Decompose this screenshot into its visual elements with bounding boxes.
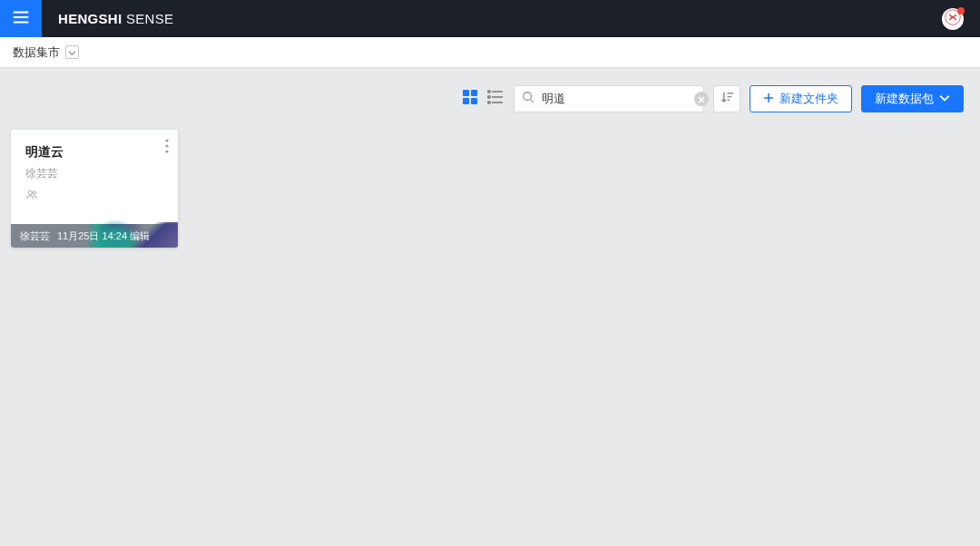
grid-view-button[interactable] bbox=[461, 90, 479, 108]
svg-point-14 bbox=[524, 93, 532, 101]
svg-point-26 bbox=[165, 144, 168, 147]
menu-icon bbox=[11, 7, 31, 31]
users-icon bbox=[25, 189, 38, 204]
card-title: 明道云 bbox=[25, 144, 163, 161]
data-package-card[interactable]: 明道云 徐芸芸 徐芸芸 11月25日 14:24 编辑 bbox=[11, 130, 178, 248]
card-body: 明道云 徐芸芸 bbox=[11, 130, 178, 224]
svg-point-23 bbox=[28, 190, 32, 194]
svg-point-27 bbox=[165, 150, 168, 152]
svg-line-15 bbox=[531, 100, 534, 103]
topbar: HENGSHI SENSE bbox=[0, 0, 980, 37]
grid-icon bbox=[462, 89, 478, 109]
svg-point-12 bbox=[488, 96, 490, 98]
card-owner: 徐芸芸 bbox=[25, 166, 163, 181]
svg-point-11 bbox=[488, 91, 490, 93]
main-menu-button[interactable] bbox=[0, 0, 42, 37]
svg-point-24 bbox=[33, 191, 35, 194]
new-folder-button[interactable]: 新建文件夹 bbox=[750, 85, 852, 112]
toolbar: 新建文件夹 新建数据包 bbox=[0, 68, 980, 117]
list-icon bbox=[487, 89, 504, 109]
more-vertical-icon bbox=[165, 141, 169, 156]
card-footer: 徐芸芸 11月25日 14:24 编辑 bbox=[11, 224, 178, 248]
card-footer-meta: 11月25日 14:24 编辑 bbox=[57, 229, 150, 243]
view-toggle-group bbox=[461, 90, 505, 108]
chevron-down-icon bbox=[939, 93, 950, 106]
breadcrumb-label: 数据集市 bbox=[13, 44, 60, 61]
search-input[interactable] bbox=[542, 93, 694, 106]
search-clear-button[interactable] bbox=[694, 92, 709, 106]
breadcrumb-dropdown[interactable] bbox=[65, 45, 79, 59]
sort-icon bbox=[720, 91, 734, 108]
brand-logo: HENGSHI SENSE bbox=[58, 11, 173, 26]
breadcrumb-bar: 数据集市 bbox=[0, 37, 980, 68]
user-avatar[interactable] bbox=[942, 8, 964, 30]
card-menu-button[interactable] bbox=[165, 139, 169, 157]
chevron-down-icon bbox=[68, 44, 76, 61]
new-package-button[interactable]: 新建数据包 bbox=[861, 85, 964, 112]
svg-rect-7 bbox=[471, 98, 477, 104]
close-icon bbox=[698, 91, 705, 107]
notification-badge bbox=[957, 7, 965, 15]
svg-point-25 bbox=[165, 139, 168, 141]
content-area: 明道云 徐芸芸 徐芸芸 11月25日 14:24 编辑 bbox=[0, 117, 980, 260]
search-box bbox=[514, 85, 704, 112]
svg-rect-5 bbox=[471, 90, 477, 96]
search-icon bbox=[522, 91, 534, 107]
plus-icon bbox=[763, 93, 774, 106]
svg-rect-6 bbox=[463, 98, 469, 104]
card-footer-author: 徐芸芸 bbox=[20, 229, 50, 243]
sort-button[interactable] bbox=[713, 85, 740, 112]
svg-point-13 bbox=[488, 102, 490, 103]
svg-rect-4 bbox=[463, 90, 469, 96]
list-view-button[interactable] bbox=[486, 90, 505, 108]
card-share-indicator bbox=[25, 189, 163, 205]
brand-bold: HENGSHI bbox=[58, 11, 122, 26]
new-folder-label: 新建文件夹 bbox=[779, 91, 838, 107]
new-package-label: 新建数据包 bbox=[875, 91, 934, 107]
brand-light: SENSE bbox=[122, 11, 173, 26]
